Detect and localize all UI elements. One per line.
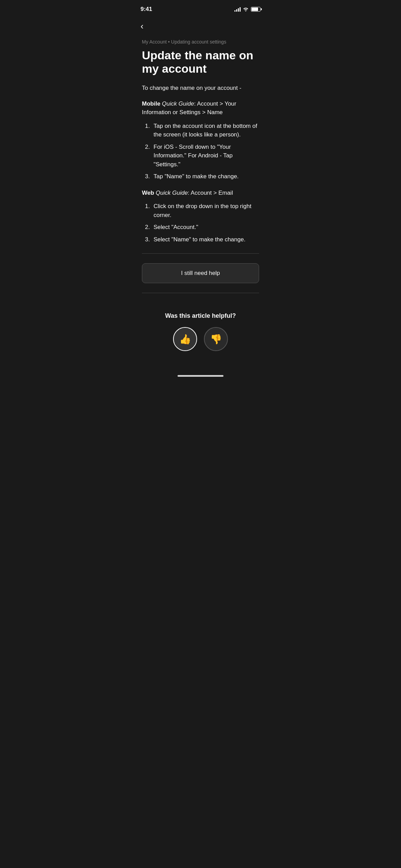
list-item: For iOS - Scroll down to "Your Informati…	[151, 143, 259, 169]
web-guide-list: Click on the drop down in the top right …	[142, 202, 259, 244]
mobile-label: Mobile	[142, 100, 160, 107]
mobile-guide-heading: Mobile Quick Guide: Account > Your Infor…	[142, 99, 259, 117]
helpful-question: Was this article helpful?	[142, 312, 259, 320]
web-guide-section: Web Quick Guide: Account > Email Click o…	[142, 189, 259, 244]
thumbs-down-icon: 👎	[210, 334, 222, 345]
status-bar: 9:41	[134, 0, 267, 16]
status-time: 9:41	[141, 6, 152, 13]
page-title: Update the name on my account	[142, 49, 259, 75]
helpful-buttons: 👍 👎	[142, 327, 259, 351]
nav-bar: ‹	[134, 16, 267, 36]
list-item: Select "Name" to make the change.	[151, 235, 259, 244]
list-item: Select "Account."	[151, 223, 259, 232]
wifi-icon	[243, 7, 249, 12]
thumbs-up-icon: 👍	[179, 334, 191, 345]
back-button[interactable]: ‹	[141, 20, 153, 32]
divider-bottom	[142, 293, 259, 293]
thumbs-down-button[interactable]: 👎	[204, 327, 228, 351]
web-guide-heading: Web Quick Guide: Account > Email	[142, 189, 259, 197]
web-label: Web	[142, 190, 154, 196]
intro-text: To change the name on your account -	[142, 84, 259, 93]
web-quick-guide-label: Quick Guide	[156, 190, 188, 196]
main-content: My Account • Updating account settings U…	[134, 36, 267, 365]
signal-bars-icon	[234, 7, 241, 12]
list-item: Tap "Name" to make the change.	[151, 172, 259, 181]
list-item: Tap on the account icon at the bottom of…	[151, 122, 259, 139]
thumbs-up-button[interactable]: 👍	[173, 327, 197, 351]
breadcrumb: My Account • Updating account settings	[142, 39, 259, 45]
status-icons	[234, 7, 260, 12]
battery-icon	[251, 7, 260, 12]
mobile-guide-section: Mobile Quick Guide: Account > Your Infor…	[142, 99, 259, 181]
helpful-section: Was this article helpful? 👍 👎	[142, 303, 259, 351]
divider-top	[142, 253, 259, 254]
home-indicator	[178, 375, 223, 377]
web-guide-path: : Account > Email	[188, 190, 233, 196]
mobile-quick-guide-label: Quick Guide	[162, 100, 194, 107]
still-need-help-button[interactable]: I still need help	[142, 263, 259, 283]
back-chevron-icon: ‹	[141, 22, 144, 31]
list-item: Click on the drop down in the top right …	[151, 202, 259, 219]
mobile-guide-list: Tap on the account icon at the bottom of…	[142, 122, 259, 181]
